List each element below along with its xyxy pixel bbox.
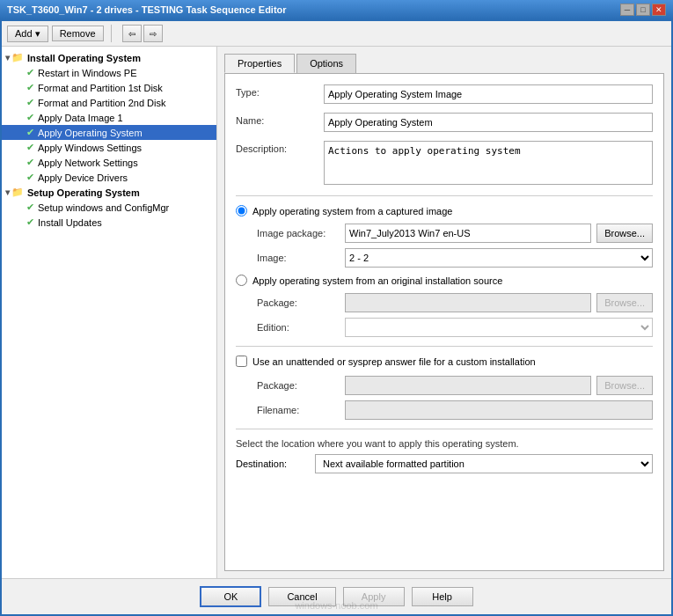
check-icon-applynet: ✔ [26, 157, 34, 168]
title-bar-text: TSK_T3600_Win7 - 2 drives - TESTING Task… [7, 4, 287, 15]
package2-label: Package: [257, 380, 345, 391]
browse-btn-2: Browse... [596, 293, 653, 312]
remove-button[interactable]: Remove [52, 26, 104, 41]
desc-row: Description: Actions to apply operating … [236, 141, 653, 187]
divider-2 [236, 346, 653, 347]
desc-value: Actions to apply operating system [324, 141, 653, 187]
folder-icon-setup: 📁 [11, 187, 24, 198]
package2-row: Package: Browse... [236, 376, 653, 395]
move-down-icon[interactable]: ⇨ [143, 25, 163, 42]
tree-item-label-format1: Format and Partition 1st Disk [38, 83, 163, 93]
checkbox-row: Use an unattended or sysprep answer file… [236, 356, 653, 367]
toolbar-separator [111, 25, 112, 42]
help-button[interactable]: Help [412, 587, 473, 606]
add-button[interactable]: Add ▾ [7, 26, 48, 42]
browse-btn-1[interactable]: Browse... [596, 224, 653, 243]
tab-properties[interactable]: Properties [224, 54, 295, 73]
tree-item-label-setupwin: Setup windows and ConfigMgr [38, 202, 169, 213]
check-icon-format2: ✔ [26, 97, 34, 108]
filename-input [345, 400, 653, 420]
minimize-button[interactable]: ─ [620, 4, 634, 16]
expand-icon: ▾ [5, 53, 10, 62]
tree-group-install: ▾ 📁 Install Operating System ✔ Restart i… [2, 50, 216, 185]
tree-group-install-header[interactable]: ▾ 📁 Install Operating System [2, 50, 216, 65]
name-row: Name: [236, 113, 653, 132]
close-button[interactable]: ✕ [652, 4, 666, 16]
bottom-bar: OK Cancel Apply Help [2, 578, 671, 614]
tree-item-label-applydata: Apply Data Image 1 [38, 113, 123, 123]
desc-label: Description: [236, 141, 324, 154]
main-window: Add ▾ Remove ⇦ ⇨ ▾ 📁 Install Operating S… [0, 19, 673, 616]
tree-item-applydata[interactable]: ✔ Apply Data Image 1 [2, 110, 216, 125]
destination-label: Destination: [236, 458, 315, 469]
package-input [345, 293, 591, 312]
right-panel: Properties Options Type: Name: [217, 47, 671, 578]
tree-item-format1[interactable]: ✔ Format and Partition 1st Disk [2, 80, 216, 95]
edition-label: Edition: [257, 322, 345, 333]
destination-row: Destination: Next available formatted pa… [236, 454, 653, 473]
type-label: Type: [236, 84, 324, 98]
radio1-row: Apply operating system from a captured i… [236, 205, 653, 216]
image-select[interactable]: 2 - 2 [345, 248, 653, 268]
tree-item-label-applyos: Apply Operating System [38, 128, 143, 138]
radio-captured[interactable] [236, 205, 247, 216]
package2-input [345, 376, 591, 395]
tree-group-setup-label: Setup Operating System [27, 187, 140, 198]
divider-1 [236, 195, 653, 196]
tree-item-applyos[interactable]: ✔ Apply Operating System [2, 125, 216, 140]
name-label: Name: [236, 113, 324, 126]
tree-group-setup-header[interactable]: ▾ 📁 Setup Operating System [2, 185, 216, 200]
check-icon-applydata: ✔ [26, 112, 34, 123]
radio-original[interactable] [236, 275, 247, 286]
image-package-label: Image package: [257, 228, 345, 238]
tree-item-format2[interactable]: ✔ Format and Partition 2nd Disk [2, 95, 216, 110]
package-row: Package: Browse... [236, 293, 653, 312]
tree-item-setupwin[interactable]: ✔ Setup windows and ConfigMgr [2, 200, 216, 215]
check-icon-restart: ✔ [26, 67, 34, 78]
tree-item-restart[interactable]: ✔ Restart in Windows PE [2, 65, 216, 80]
image-package-input[interactable] [345, 224, 591, 243]
cancel-button[interactable]: Cancel [268, 587, 335, 606]
tree-item-installupdates[interactable]: ✔ Install Updates [2, 215, 216, 230]
type-input[interactable] [324, 84, 653, 104]
tab-strip: Properties Options [224, 54, 664, 73]
tree-item-applydrv[interactable]: ✔ Apply Device Drivers [2, 170, 216, 185]
toolbar: Add ▾ Remove ⇦ ⇨ [2, 21, 671, 47]
tree-group-install-label: Install Operating System [27, 53, 141, 63]
tree-item-label-applydrv: Apply Device Drivers [38, 172, 128, 183]
check-icon-setupwin: ✔ [26, 202, 34, 213]
maximize-button[interactable]: □ [636, 4, 650, 16]
browse-btn-3: Browse... [596, 376, 653, 395]
check-icon-applydrv: ✔ [26, 172, 34, 183]
image-row: Image: 2 - 2 [236, 248, 653, 268]
edition-row: Edition: [236, 318, 653, 337]
checkbox-label: Use an unattended or sysprep answer file… [252, 356, 536, 367]
ok-button[interactable]: OK [200, 586, 261, 607]
tree-item-label-installupdates: Install Updates [38, 217, 102, 228]
filename-label: Filename: [257, 405, 345, 415]
move-up-icon[interactable]: ⇦ [122, 25, 142, 42]
sysprep-checkbox[interactable] [236, 356, 247, 367]
left-panel: ▾ 📁 Install Operating System ✔ Restart i… [2, 47, 217, 578]
toolbar-icons: ⇦ ⇨ [122, 25, 163, 42]
tree-item-applynet[interactable]: ✔ Apply Network Settings [2, 155, 216, 170]
destination-section: Select the location where you want to ap… [236, 438, 653, 473]
radio2-label: Apply operating system from an original … [252, 275, 502, 286]
destination-select[interactable]: Next available formatted partition [315, 454, 653, 473]
check-icon-installupdates: ✔ [26, 216, 34, 228]
expand-icon-setup: ▾ [5, 187, 10, 197]
desc-textarea[interactable]: Actions to apply operating system [324, 141, 653, 185]
package-label: Package: [257, 297, 345, 308]
tree-item-applywin[interactable]: ✔ Apply Windows Settings [2, 140, 216, 155]
tree-item-label-restart: Restart in Windows PE [38, 68, 136, 78]
tree-item-label-format2: Format and Partition 2nd Disk [38, 98, 166, 108]
tree-item-label-applynet: Apply Network Settings [38, 158, 138, 168]
type-row: Type: [236, 84, 653, 104]
check-icon-applywin: ✔ [26, 142, 34, 153]
apply-button[interactable]: Apply [343, 587, 405, 606]
tree-group-setup: ▾ 📁 Setup Operating System ✔ Setup windo… [2, 185, 216, 230]
radio2-row: Apply operating system from an original … [236, 275, 653, 286]
filename-row: Filename: [236, 400, 653, 420]
tab-options[interactable]: Options [296, 54, 356, 73]
name-input[interactable] [324, 113, 653, 132]
